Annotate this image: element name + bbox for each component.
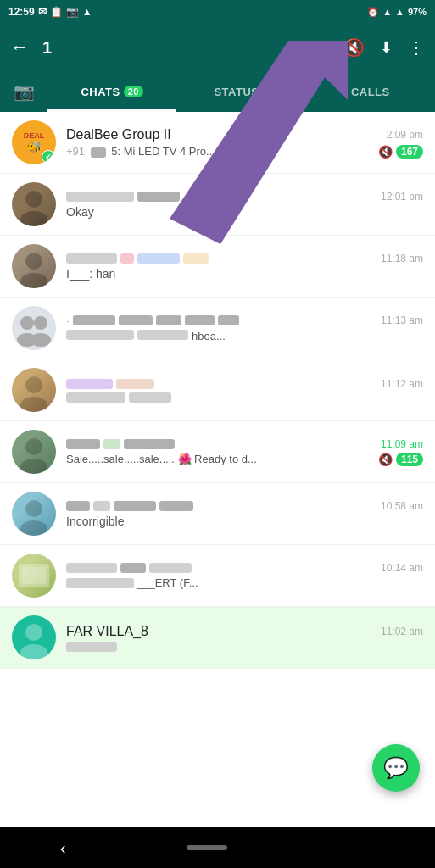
name-blur-7c [114, 501, 156, 511]
preview-blur-4b [137, 330, 188, 340]
preview-blur-5a [66, 392, 125, 403]
more-options-icon[interactable]: ⋮ [408, 37, 425, 58]
chat-item-4[interactable]: · 11:13 am hboa... [0, 298, 435, 359]
name-blur-4d [185, 315, 215, 326]
chat-time-8: 10:14 am [381, 562, 423, 574]
chat-item-8[interactable]: 10:14 am ___ERT (F... [0, 545, 435, 607]
chat-preview-7: Incorrigible [66, 515, 423, 528]
svg-point-5 [34, 316, 47, 330]
preview-blur-5b [129, 392, 171, 403]
status-bar-left: 12:59 ✉ 📋 📷 ▲ [8, 6, 92, 18]
wifi-icon: ▲ [382, 7, 392, 17]
back-button[interactable]: ← [10, 36, 29, 58]
chat-name-9: FAR VILLA_8 [66, 624, 148, 639]
svg-point-9 [20, 397, 47, 412]
chat-content-5: 11:12 am [66, 378, 423, 403]
tab-status[interactable]: STATUS [176, 71, 305, 112]
preview-blur-8a [66, 578, 134, 588]
svg-rect-15 [22, 567, 46, 584]
chat-content-9: FAR VILLA_8 11:02 am [66, 624, 423, 652]
top-bar: ← 1 ✈ 🔇 ⬇ ⋮ [0, 24, 435, 71]
name-blur-8c [149, 563, 192, 573]
tab-camera[interactable]: 📷 [0, 71, 47, 112]
svg-point-13 [20, 520, 47, 536]
chat-header-8: 10:14 am [66, 562, 423, 574]
name-blur-3a [66, 253, 117, 264]
extra-icon: ▲ [82, 6, 92, 18]
name-blur-5a [66, 379, 113, 389]
compose-fab[interactable]: 💬 [372, 744, 420, 792]
name-blur-7d [159, 501, 193, 511]
svg-point-4 [20, 316, 34, 330]
svg-point-17 [20, 644, 47, 659]
instagram-icon: 📷 [66, 6, 79, 18]
preview-blur-4a [66, 330, 134, 340]
compose-icon: 💬 [383, 756, 409, 780]
name-blur-7b [93, 501, 110, 511]
chat-header-7: 10:58 am [66, 500, 423, 512]
name-blur-4a [73, 315, 115, 326]
unread-badge-6: 115 [396, 453, 423, 466]
svg-point-1 [20, 211, 47, 226]
name-blur-4c [156, 315, 181, 326]
top-bar-badge: 1 [42, 38, 300, 58]
status-bar: 12:59 ✉ 📋 📷 ▲ ⏰ ▲ ▲ 97% [0, 0, 435, 24]
nav-home-indicator[interactable] [187, 845, 227, 850]
svg-point-16 [25, 624, 42, 641]
chat-list: DEAL 🐝 ✓ DealBee Group II 2:09 pm +91 5:… [0, 112, 435, 868]
verified-icon: ✓ [42, 150, 55, 164]
name-blur-6a [66, 439, 100, 449]
chat-item-3[interactable]: 11:18 am I___: han [0, 236, 435, 298]
name-blur-6b [103, 439, 120, 449]
chat-time-4: 11:13 am [381, 314, 423, 326]
name-blur-6c [124, 439, 175, 449]
chat-content-2: 12:01 pm Okay [66, 191, 423, 219]
name-blur-8b [120, 563, 146, 573]
nav-bar: ‹ [0, 827, 435, 868]
chat-header-5: 11:12 am [66, 378, 423, 390]
chat-header-3: 11:18 am [66, 253, 423, 264]
svg-point-10 [25, 438, 42, 455]
pin-icon[interactable]: ✈ [314, 37, 328, 58]
chat-preview-6: Sale.....sale.....sale..... 🌺 Ready to d… [66, 453, 257, 465]
chat-preview-3: I___: han [66, 267, 423, 281]
avatar-6 [12, 430, 56, 474]
name-blur-3c [137, 253, 180, 264]
svg-point-8 [25, 376, 42, 393]
chat-item-6[interactable]: 11:09 am Sale.....sale.....sale..... 🌺 R… [0, 421, 435, 483]
chat-header-9: FAR VILLA_8 11:02 am [66, 624, 423, 639]
chat-time-2: 12:01 pm [381, 191, 423, 203]
chat-item-dealbee[interactable]: DEAL 🐝 ✓ DealBee Group II 2:09 pm +91 5:… [0, 112, 435, 174]
sim-icon: 📋 [50, 6, 63, 18]
chat-item-2[interactable]: 12:01 pm Okay [0, 174, 435, 236]
chats-badge: 20 [124, 86, 143, 97]
tab-calls[interactable]: CALLS [306, 71, 435, 112]
chat-item-5[interactable]: 11:12 am [0, 359, 435, 421]
mute-icon-6: 🔇 [378, 453, 393, 466]
nav-back-button[interactable]: ‹ [60, 838, 66, 858]
chat-time-9: 11:02 am [381, 626, 423, 637]
archive-icon[interactable]: ⬇ [380, 38, 393, 57]
avatar-4 [12, 306, 56, 350]
chat-item-9[interactable]: FAR VILLA_8 11:02 am [0, 607, 435, 669]
chat-header-dealbee: DealBee Group II 2:09 pm [66, 127, 423, 142]
status-time: 12:59 [8, 6, 35, 18]
chat-time-7: 10:58 am [381, 500, 423, 512]
calls-label: CALLS [351, 86, 390, 98]
tab-chats[interactable]: CHATS 20 [47, 71, 176, 112]
name-blur-4e [218, 315, 239, 326]
msg-icon: ✉ [38, 6, 47, 18]
chat-preview-dealbee: 5: Mi LED TV 4 Pro... [111, 145, 215, 158]
chat-content-8: 10:14 am ___ERT (F... [66, 562, 423, 589]
name-blur-4b [119, 315, 153, 326]
svg-point-3 [20, 273, 47, 288]
chat-item-7[interactable]: 10:58 am Incorrigible [0, 483, 435, 545]
mute-icon[interactable]: 🔇 [343, 37, 365, 58]
avatar-5 [12, 368, 56, 412]
battery-text: 97% [408, 7, 427, 17]
signal-icon: ▲ [395, 7, 404, 17]
name-blur-7a [66, 501, 90, 511]
unread-badge-dealbee: 167 [396, 145, 423, 159]
chat-phone: +91 [66, 145, 85, 158]
camera-icon: 📷 [14, 81, 35, 102]
